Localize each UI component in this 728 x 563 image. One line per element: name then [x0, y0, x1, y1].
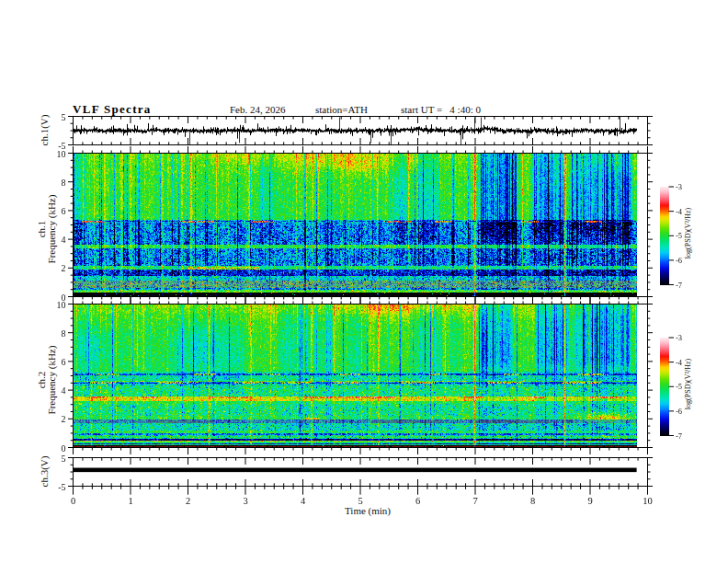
colorbar-tick-cbar1--7: -7	[676, 281, 682, 290]
colorbar-tick-cbar2--7: -7	[676, 431, 682, 441]
spec2-ytick-2: 2	[62, 414, 66, 424]
x-tick-label-5: 5	[358, 495, 362, 505]
spec2-ytick-4: 4	[62, 385, 66, 396]
spec2-ytick-0: 0	[62, 442, 66, 453]
spec1-ytick-8: 8	[62, 177, 66, 187]
colorbar-tick-cbar2--3: -3	[676, 333, 682, 342]
spec1-ytick-10: 10	[57, 148, 66, 158]
spec2-ytick-6: 6	[62, 356, 66, 366]
spec1-ytick-2: 2	[62, 263, 66, 273]
colorbar-tick-cbar2--6: -6	[676, 407, 682, 416]
x-tick-label-10: 10	[643, 495, 653, 505]
colorbar-tick-cbar1--6: -6	[676, 256, 682, 265]
x-tick-label-6: 6	[415, 495, 420, 505]
colorbar-tick-cbar1--3: -3	[676, 182, 682, 191]
x-tick-label-9: 9	[587, 495, 592, 505]
x-tick-label-7: 7	[472, 495, 477, 505]
x-tick-label-8: 8	[530, 495, 535, 505]
spec1-ytick-6: 6	[62, 205, 66, 215]
x-tick-label-2: 2	[186, 495, 190, 505]
colorbar-tick-cbar2--5: -5	[676, 382, 682, 391]
x-tick-label-0: 0	[71, 495, 75, 505]
spec1-ytick-4: 4	[62, 235, 66, 245]
x-tick-label-1: 1	[128, 495, 132, 505]
wave3-ytick--5: -5	[58, 481, 65, 491]
wave3-ytick-5: 5	[62, 453, 66, 463]
vlf-spectra-figure: VLF Spectra Feb. 24, 2026 station=ATH st…	[0, 0, 728, 563]
colorbar-tick-cbar1--4: -4	[676, 207, 682, 216]
spec2-ytick-8: 8	[62, 327, 66, 338]
colorbar-tick-cbar2--4: -4	[676, 358, 682, 367]
wave1-ytick-5: 5	[62, 111, 66, 121]
spec2-ytick-10: 10	[57, 299, 66, 309]
x-tick-label-3: 3	[243, 495, 247, 505]
axes-frames-ticks	[0, 0, 728, 563]
colorbar-tick-cbar1--5: -5	[676, 231, 682, 240]
x-tick-label-4: 4	[301, 495, 305, 505]
